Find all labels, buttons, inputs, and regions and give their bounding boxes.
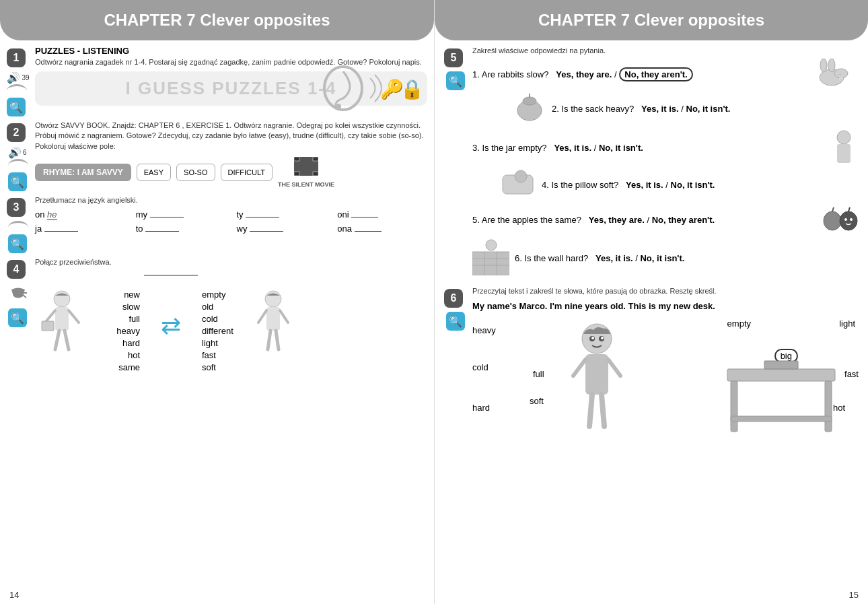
q5-img-3 xyxy=(829,129,859,166)
ex4-instruction: Połącz przeciwieństwa. xyxy=(35,257,427,267)
svg-line-57 xyxy=(608,360,620,376)
rabbit-img: 🐇 xyxy=(811,59,859,88)
q5-text-2: 2. Is the sack heavy? Yes, it is. / No, … xyxy=(552,104,730,114)
word-old: old xyxy=(202,302,249,312)
btn-rhyme[interactable]: RHYME: I AM SAVVY xyxy=(35,164,131,181)
word-empty: empty xyxy=(202,290,249,300)
magnify-icon-ex2[interactable]: 🔍 xyxy=(8,172,27,191)
svg-rect-7 xyxy=(294,172,299,176)
q5-text-4: 4. Is the pillow soft? Yes, it is. / No,… xyxy=(542,180,715,190)
ex1-badge: 1 xyxy=(7,48,26,67)
ex5-instruction: Zakreśl właściwe odpowiedzi na pytania. xyxy=(472,46,859,56)
word-light: light xyxy=(202,338,249,348)
ex4-right-words: empty old cold different light fast soft xyxy=(202,290,249,372)
magnify-icon-ex6[interactable]: 🔍 xyxy=(446,312,465,331)
q5-row-5: 5. Are the apples the same? Yes, they ar… xyxy=(472,203,859,236)
ex1-placeholder-text: I GUESS PUZZLES 1-4 xyxy=(126,78,337,98)
svg-line-14 xyxy=(69,310,79,323)
ex3-item-my: my xyxy=(136,209,226,220)
ex5-badge: 5 xyxy=(444,48,463,67)
ex4-left-words: new slow full heavy hard hot same xyxy=(93,290,140,372)
sack-img xyxy=(513,90,546,124)
btn-difficult[interactable]: DIFFICULT xyxy=(221,164,273,181)
ear-graphic xyxy=(320,65,367,112)
magnify-icon-ex4[interactable]: 🔍 xyxy=(8,308,27,327)
ex6-content: Przeczytaj tekst i zakreśl te słowa, któ… xyxy=(472,286,859,436)
svg-point-53 xyxy=(591,337,594,339)
svg-line-24 xyxy=(268,331,270,349)
svg-text:🐇: 🐇 xyxy=(837,73,844,80)
svg-line-58 xyxy=(589,395,592,426)
svg-rect-12 xyxy=(55,307,69,331)
ex2-content: Otwórz SAVVY BOOK. Znajdź: CHAPTER 6 , E… xyxy=(35,121,427,189)
svg-rect-61 xyxy=(731,381,737,432)
movie-graphic: THE SILENT MOVIE xyxy=(278,156,334,189)
ex3-content: Przetłumacz na język angielski. on he my… xyxy=(35,195,427,234)
pillow-img xyxy=(499,168,536,198)
ex4-figure-right xyxy=(253,289,293,372)
ex3-item-on: on he xyxy=(35,209,125,220)
audio-icon-ex2: 🔊 6 xyxy=(8,146,28,159)
ex4-figure-left xyxy=(35,289,89,372)
ex5-content: Zakreśl właściwe odpowiedzi na pytania. … xyxy=(472,46,859,281)
exercise-1: 1 🔊 39 🔍 PUZZLES - LISTENING Odtwórz nag… xyxy=(7,46,427,116)
ex4-main: new slow full heavy hard hot same ⇄ xyxy=(35,270,427,391)
key-lock-graphic: 🔑 🔒 xyxy=(380,75,421,102)
word-heavy: heavy xyxy=(93,326,140,336)
right-chapter-header: CHAPTER 7 Clever opposites xyxy=(435,0,868,40)
svg-rect-8 xyxy=(313,172,318,176)
q5-img-5 xyxy=(822,203,859,236)
svg-rect-62 xyxy=(825,381,832,432)
svg-rect-63 xyxy=(731,416,832,422)
word-hard: hard xyxy=(93,338,140,348)
word-fast: fast xyxy=(844,369,859,379)
q5-row-4: 4. Is the pillow soft? Yes, it is. / No,… xyxy=(499,168,859,201)
magnify-icon-ex5[interactable]: 🔍 xyxy=(446,71,465,90)
ex4-badge: 4 xyxy=(7,260,26,279)
magnify-icon-ex1[interactable]: 🔍 xyxy=(7,98,26,116)
child-figure-right-svg xyxy=(253,289,293,370)
svg-point-34 xyxy=(837,131,851,144)
svg-rect-64 xyxy=(764,361,798,369)
word-full: full xyxy=(93,314,140,324)
ex3-item-oni: oni xyxy=(337,209,427,220)
svg-point-28 xyxy=(828,59,835,72)
ex3-badge: 3 xyxy=(7,198,26,217)
curve-icon-ex1 xyxy=(7,84,27,98)
left-header-text: CHAPTER 7 Clever opposites xyxy=(104,11,330,29)
svg-point-32 xyxy=(523,97,536,105)
q5-row-3: 3. Is the jar empty? Yes, it is. / No, i… xyxy=(472,129,859,166)
ex3-item-ja: ja xyxy=(35,224,125,234)
btn-easy[interactable]: EASY xyxy=(137,164,171,181)
right-header-text: CHAPTER 7 Clever opposites xyxy=(538,11,764,29)
svg-rect-21 xyxy=(266,307,280,331)
word-hard: hard xyxy=(472,403,490,413)
magnify-icon-ex3[interactable]: 🔍 xyxy=(8,234,27,253)
svg-line-25 xyxy=(276,331,279,349)
svg-rect-6 xyxy=(313,157,318,161)
q5-text-6: 6. Is the wall hard? Yes, it is. / No, i… xyxy=(515,253,684,263)
svg-line-41 xyxy=(848,207,850,211)
exercise-4: 4 🔍 Połącz przeciwieństwa. xyxy=(7,257,427,391)
svg-rect-60 xyxy=(727,369,835,381)
exercise-5: 5 🔍 Zakreśl właściwe odpowiedzi na pytan… xyxy=(444,46,859,281)
svg-line-15 xyxy=(55,331,59,349)
svg-line-22 xyxy=(258,310,266,323)
svg-point-0 xyxy=(324,67,362,110)
btn-soso[interactable]: SO-SO xyxy=(176,164,215,181)
audio-icon-ex1: 🔊 39 xyxy=(7,71,29,84)
circled-answer-1: No, they aren't. xyxy=(619,67,692,81)
word-heavy: heavy xyxy=(472,325,496,335)
q5-img-2 xyxy=(513,90,546,127)
word-fast: fast xyxy=(202,350,249,360)
ex1-content: PUZZLES - LISTENING Odtwórz nagrania zag… xyxy=(35,46,427,110)
svg-point-37 xyxy=(515,170,527,182)
svg-line-10 xyxy=(23,295,26,298)
svg-point-54 xyxy=(601,337,604,339)
ex2-badge: 2 xyxy=(7,123,26,142)
svg-rect-55 xyxy=(585,354,608,395)
word-slow: slow xyxy=(93,302,140,312)
q5-row-1: 1. Are rabbits slow? Yes, they are. / No… xyxy=(472,59,859,90)
ex3-item-ona: ona xyxy=(337,224,427,234)
svg-line-56 xyxy=(573,360,585,376)
